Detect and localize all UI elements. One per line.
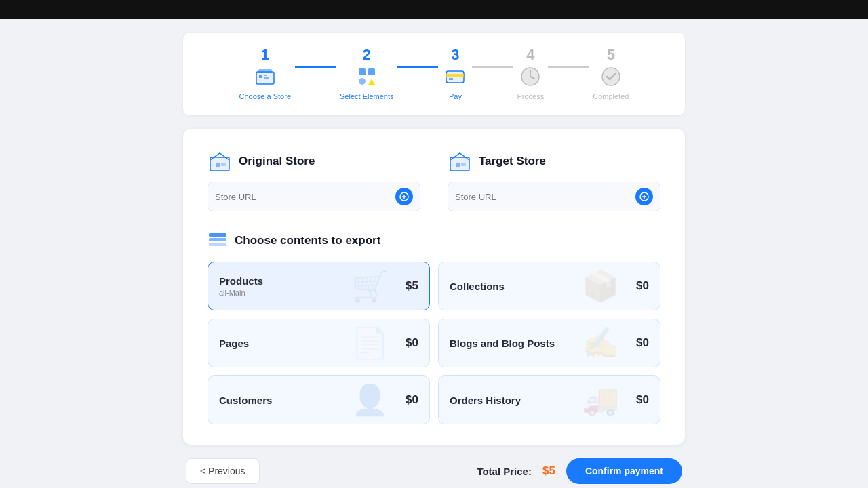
target-store-input-row[interactable]	[448, 182, 660, 211]
content-card-collections[interactable]: Collections 📦 $0	[438, 262, 660, 310]
content-card-products-sub: all-Main	[219, 289, 263, 297]
connector-3-4	[472, 66, 513, 68]
target-store-btn[interactable]	[635, 188, 653, 205]
svg-rect-29	[209, 238, 226, 241]
svg-rect-23	[456, 163, 460, 167]
contents-grid: Products all-Main 🛒 $5 Collections 📦 $0 …	[208, 262, 660, 424]
step-4-label: Process	[517, 92, 544, 100]
step-1-icon	[252, 64, 278, 89]
content-card-products[interactable]: Products all-Main 🛒 $5	[208, 262, 430, 310]
svg-rect-1	[258, 69, 272, 73]
content-card-products-bg: 🛒	[351, 268, 389, 304]
step-3-number: 3	[451, 47, 459, 62]
content-card-customers-name: Customers	[219, 394, 272, 406]
original-store-btn[interactable]	[395, 188, 413, 205]
contents-header-icon	[208, 230, 228, 251]
footer-bar: < Previous Total Price: $5 Confirm payme…	[183, 458, 685, 484]
target-store-header: Target Store	[448, 149, 660, 174]
connector-1-2	[295, 66, 336, 68]
content-card-blogs-left: Blogs and Blog Posts	[450, 338, 555, 349]
original-store-title: Original Store	[239, 155, 315, 168]
content-card-customers-bg: 👤	[351, 382, 389, 418]
svg-rect-30	[209, 243, 226, 246]
step-1-number: 1	[261, 47, 269, 62]
step-2-number: 2	[363, 47, 371, 62]
step-4-number: 4	[526, 47, 534, 62]
step-2: 2 Select Elements	[340, 47, 393, 100]
content-card-blogs-price: $0	[636, 336, 649, 350]
svg-rect-8	[359, 78, 366, 85]
step-4-icon	[517, 64, 543, 89]
content-card-customers-price: $0	[406, 393, 418, 407]
content-card-orders-bg: 🚚	[582, 382, 619, 418]
previous-button[interactable]: < Previous	[186, 458, 260, 484]
confirm-payment-button[interactable]: Confirm payment	[566, 458, 682, 484]
svg-rect-18	[221, 163, 226, 166]
original-store-section: Original Store	[208, 149, 420, 211]
content-card-products-name: Products	[219, 275, 263, 287]
svg-rect-17	[216, 163, 220, 167]
svg-point-15	[602, 68, 620, 85]
step-5-icon	[598, 64, 624, 89]
svg-rect-5	[359, 68, 366, 75]
total-price: $5	[542, 464, 555, 478]
contents-header: Choose contents to export	[208, 230, 660, 251]
total-label: Total Price:	[477, 466, 532, 477]
content-card-products-price: $5	[406, 279, 418, 293]
content-card-blogs-name: Blogs and Blog Posts	[450, 338, 555, 349]
original-store-icon	[208, 149, 232, 174]
content-card-products-left: Products all-Main	[219, 275, 263, 297]
svg-rect-2	[259, 75, 262, 78]
page-wrapper: 1 Choose a Store 2	[0, 19, 868, 488]
step-5-label: Completed	[593, 92, 629, 100]
svg-rect-10	[446, 74, 464, 77]
content-card-orders-price: $0	[636, 393, 649, 407]
original-store-input-row[interactable]	[208, 182, 420, 211]
footer-right: Total Price: $5 Confirm payment	[477, 458, 682, 484]
svg-rect-11	[449, 78, 453, 80]
original-store-input[interactable]	[215, 192, 390, 202]
content-card-collections-bg: 📦	[582, 268, 619, 304]
stores-row: Original Store	[208, 149, 660, 211]
content-card-blogs-bg: ✍️	[582, 325, 619, 361]
step-3-icon	[442, 64, 468, 89]
content-card-customers[interactable]: Customers 👤 $0	[208, 375, 430, 424]
step-1: 1 Choose a Store	[239, 47, 291, 100]
step-5: 5 Completed	[593, 47, 629, 100]
stepper: 1 Choose a Store 2	[183, 33, 685, 115]
step-3-label: Pay	[449, 92, 462, 100]
content-card-pages-left: Pages	[219, 338, 249, 349]
content-card-customers-left: Customers	[219, 394, 272, 406]
svg-rect-4	[264, 77, 269, 79]
step-2-label: Select Elements	[340, 92, 393, 100]
connector-2-3	[397, 66, 438, 68]
main-card: Original Store	[183, 129, 685, 445]
target-store-section: Target Store	[448, 149, 660, 211]
content-card-collections-left: Collections	[450, 281, 505, 292]
contents-section-title: Choose contents to export	[235, 234, 380, 247]
target-store-icon	[448, 149, 472, 174]
svg-rect-24	[461, 163, 466, 166]
target-store-input[interactable]	[455, 192, 630, 202]
target-store-title: Target Store	[479, 155, 546, 168]
svg-rect-3	[264, 75, 267, 76]
top-bar	[0, 0, 868, 19]
content-card-orders[interactable]: Orders History 🚚 $0	[438, 375, 660, 424]
content-card-blogs[interactable]: Blogs and Blog Posts ✍️ $0	[438, 319, 660, 367]
step-2-icon	[354, 64, 380, 89]
content-card-pages-bg: 📄	[351, 325, 389, 361]
content-card-collections-name: Collections	[450, 281, 505, 292]
svg-marker-7	[368, 79, 375, 85]
content-card-orders-name: Orders History	[450, 394, 521, 406]
step-3: 3 Pay	[442, 47, 468, 100]
connector-4-5	[548, 66, 589, 68]
content-card-pages-name: Pages	[219, 338, 249, 349]
step-1-label: Choose a Store	[239, 92, 291, 100]
content-card-orders-left: Orders History	[450, 394, 521, 406]
content-card-pages-price: $0	[406, 336, 418, 350]
step-5-number: 5	[607, 47, 615, 62]
content-card-pages[interactable]: Pages 📄 $0	[208, 319, 430, 367]
svg-rect-28	[209, 233, 226, 237]
step-4: 4 Process	[517, 47, 544, 100]
svg-rect-6	[368, 68, 375, 75]
